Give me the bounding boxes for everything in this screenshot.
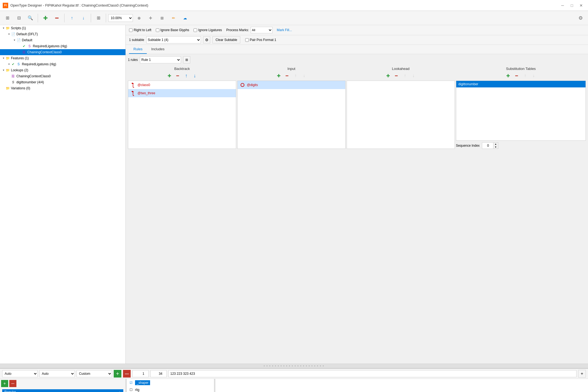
lookahead-add-btn[interactable]: ✚	[384, 72, 392, 79]
toolbar-remove-btn[interactable]: ━	[52, 13, 62, 23]
right-panel: Right to Left Ignore Base Glyphs Ignore …	[126, 25, 588, 364]
input-down-btn[interactable]: ↓	[300, 72, 308, 79]
font-remove-button[interactable]: ─	[9, 380, 16, 387]
backtrack-up-btn[interactable]: ↑	[182, 72, 190, 79]
title-bar-left: Ft OpenType Designer - FtPilKahol Regula…	[3, 3, 148, 8]
zoom-select[interactable]: 10.00% 25.00% 50.00% 100.00%	[108, 14, 133, 22]
lookahead-remove-btn[interactable]: ━	[393, 72, 400, 79]
scroll-arrow-up[interactable]: ▲	[118, 391, 121, 392]
num-input-2[interactable]	[150, 370, 167, 377]
lookahead-down-btn[interactable]: ↓	[409, 72, 417, 79]
ignore-base-checkbox[interactable]	[156, 28, 159, 32]
toolbar-down-btn[interactable]: ↓	[78, 13, 89, 23]
pair-pos-checkbox[interactable]	[245, 38, 249, 42]
tree-item-default[interactable]: ▼ 📄 Default	[0, 37, 125, 43]
tree-arrow-lookups[interactable]: ▼	[2, 68, 5, 72]
tree-item-features-reqlig[interactable]: ▼ ✔ S RequiredLigatures (rlig)	[0, 61, 125, 67]
font-chip-regular[interactable]: Regular ▲	[2, 389, 123, 392]
maximize-button[interactable]: □	[568, 2, 576, 8]
right-to-left-checkbox[interactable]	[129, 28, 133, 32]
tab-rules[interactable]: Rules	[129, 45, 147, 54]
close-button[interactable]: ✕	[577, 2, 585, 8]
lookup-item-shaper[interactable]: ☑ _shaper	[127, 379, 214, 387]
test-text-input[interactable]	[168, 370, 577, 377]
tree-item-variations[interactable]: 📁 Variations (0)	[0, 85, 125, 91]
auto-select-1[interactable]: Auto	[2, 370, 38, 377]
ignore-lig-label[interactable]: Ignore Ligatures	[194, 28, 222, 32]
clear-subtable-button[interactable]: Clear Subtable	[212, 36, 240, 43]
bottom-add-button[interactable]: +	[114, 370, 121, 378]
rule-icon-btn[interactable]: ⊞	[183, 56, 190, 63]
ignore-base-label[interactable]: Ignore Base Glyphs	[156, 28, 189, 32]
tree-arrow-default[interactable]: ▼	[13, 38, 16, 42]
pair-pos-label[interactable]: Pair Pos Format 1	[245, 38, 276, 42]
main-layout: ▼ 📁 Scripts (1) ▼ 📄 Default (DFLT) ▼ 📄 D…	[0, 25, 588, 364]
input-item-0[interactable]: @digits	[238, 81, 345, 89]
tree-item-lookup-chain[interactable]: ⛓ ChainingContextClass0	[0, 73, 125, 79]
tree-arrow-f-reqlig[interactable]: ▼	[7, 62, 11, 66]
bottom-content: + ─ Regular ▲ · · · · · ☑ _shaper ☐ rlig	[0, 379, 588, 392]
backtrack-label-0: @class0	[138, 83, 150, 87]
tree-item-lookups[interactable]: ▼ 📁 Lookups (2)	[0, 67, 125, 73]
backtrack-remove-btn[interactable]: ━	[174, 72, 182, 79]
tree-arrow-dflt[interactable]: ▼	[7, 32, 11, 36]
mark-fill-button[interactable]: Mark Fill...	[277, 28, 292, 32]
input-add-btn[interactable]: ✚	[275, 72, 282, 79]
bottom-remove-button[interactable]: ─	[123, 370, 131, 378]
backtrack-item-0[interactable]: ƪ @class0	[128, 81, 236, 89]
substitution-remove-btn[interactable]: ━	[513, 72, 520, 79]
toolbar-grid-btn[interactable]: ⊞	[93, 13, 104, 23]
substitution-down-btn[interactable]: ↓	[530, 72, 537, 79]
backtrack-add-btn[interactable]: ✚	[165, 72, 173, 79]
num-input-1[interactable]	[132, 370, 149, 377]
toolbar-up-btn[interactable]: ↑	[67, 13, 77, 23]
lookahead-up-btn[interactable]: ↑	[401, 72, 409, 79]
tree-item-chainingctx[interactable]: ⛓ ChainingContextClass0	[0, 49, 125, 55]
toolbar-btn-3[interactable]: 🔍	[25, 13, 36, 23]
tree-item-features[interactable]: ▼ 📁 Features (1)	[0, 55, 125, 61]
substitution-add-btn[interactable]: ✚	[504, 72, 512, 79]
add-right-button[interactable]: +	[578, 370, 586, 378]
rule-select[interactable]: Rule 1	[140, 56, 181, 63]
toolbar-btn-1[interactable]: ⊞	[2, 13, 13, 23]
tree-arrow-features[interactable]: ▼	[2, 56, 5, 60]
center-btn[interactable]: ✛	[145, 13, 156, 23]
sequence-index-input[interactable]: 0	[482, 143, 493, 149]
right-to-left-label[interactable]: Right to Left	[129, 28, 151, 32]
toolbar-add-btn[interactable]: ✚	[40, 13, 51, 23]
auto-select-2[interactable]: Auto	[39, 370, 75, 377]
sequence-index-spinbox[interactable]: 0 ▲ ▼	[482, 142, 498, 149]
input-up-btn[interactable]: ↑	[292, 72, 299, 79]
tree-item-lookup-digit[interactable]: S digittonumber (4/4)	[0, 79, 125, 85]
substitution-item-0[interactable]: digittonumber	[456, 81, 586, 87]
minimize-button[interactable]: ─	[558, 2, 567, 8]
substitution-up-btn[interactable]: ↑	[521, 72, 529, 79]
font-chip-label: Regular	[4, 390, 16, 392]
backtrack-down-btn[interactable]: ↓	[191, 72, 198, 79]
seq-up-btn[interactable]: ▲	[493, 143, 498, 146]
settings-button[interactable]: ⚙	[575, 13, 586, 23]
tree-item-reqlig[interactable]: ✔ S RequiredLigatures (rlig)	[0, 43, 125, 49]
cloud-btn[interactable]: ☁	[180, 13, 190, 23]
lookup-item-rlig[interactable]: ☐ rlig	[127, 387, 214, 392]
tree-item-dflt[interactable]: ▼ 📄 Default (DFLT)	[0, 31, 125, 37]
fit-btn[interactable]: ⊕	[134, 13, 144, 23]
toolbar-btn-2[interactable]: ⊟	[14, 13, 24, 23]
font-add-button[interactable]: +	[1, 380, 8, 387]
table-btn[interactable]: ⊞	[157, 13, 167, 23]
subtable-select[interactable]: Subtable 1 (4)	[146, 36, 201, 43]
custom-select[interactable]: Custom	[77, 370, 112, 377]
process-marks-select[interactable]: All	[251, 27, 273, 33]
edit-btn[interactable]: ✏	[168, 13, 179, 23]
tree-item-scripts[interactable]: ▼ 📁 Scripts (1)	[0, 25, 125, 31]
ignore-lig-checkbox[interactable]	[194, 28, 197, 32]
backtrack-item-1[interactable]: ƪ @two_three	[128, 89, 236, 97]
tree-label-l-chain: ChainingContextClass0	[16, 74, 51, 78]
seq-down-btn[interactable]: ▼	[493, 146, 498, 149]
tree-arrow-scripts[interactable]: ▼	[2, 26, 5, 30]
subtable-gear-button[interactable]: ⚙	[203, 36, 210, 43]
substitution-header: Substitution Tables	[456, 66, 586, 72]
input-remove-btn[interactable]: ━	[283, 72, 291, 79]
tab-includes[interactable]: Includes	[147, 45, 169, 54]
drag-handle[interactable]: • • • • • • • • • • • • • • • • • • • • …	[0, 364, 588, 368]
